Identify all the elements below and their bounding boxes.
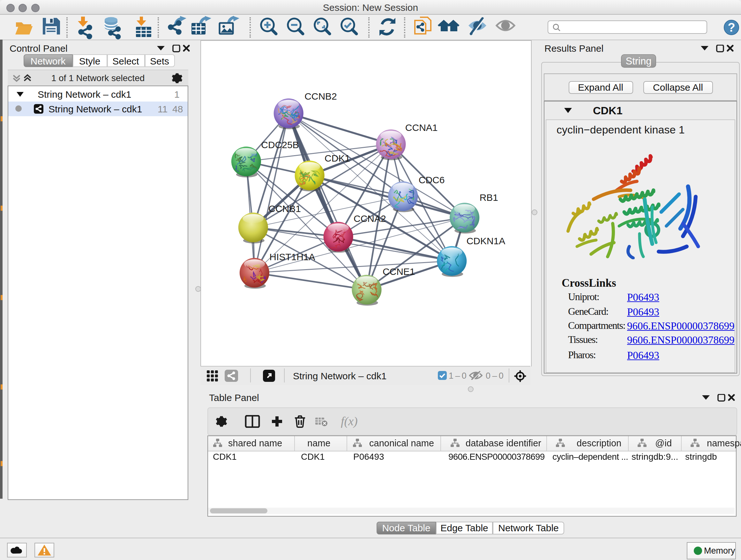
svg-text:CDC25B: CDC25B (261, 139, 299, 150)
svg-text:RB1: RB1 (480, 192, 498, 203)
svg-text:f(x): f(x) (341, 415, 358, 428)
svg-text:?: ? (728, 21, 735, 34)
svg-text:CDK1: CDK1 (325, 152, 350, 163)
svg-text:CCNE1: CCNE1 (383, 266, 415, 276)
svg-text:CCNB2: CCNB2 (305, 91, 337, 101)
svg-text:HIST1H1A: HIST1H1A (269, 251, 315, 262)
svg-text:CCNA1: CCNA1 (405, 122, 438, 132)
svg-text:CCNA2: CCNA2 (354, 213, 386, 224)
svg-text:CCNB1: CCNB1 (268, 203, 301, 213)
svg-text:CDC6: CDC6 (419, 174, 445, 185)
svg-text:CDKN1A: CDKN1A (467, 235, 506, 246)
